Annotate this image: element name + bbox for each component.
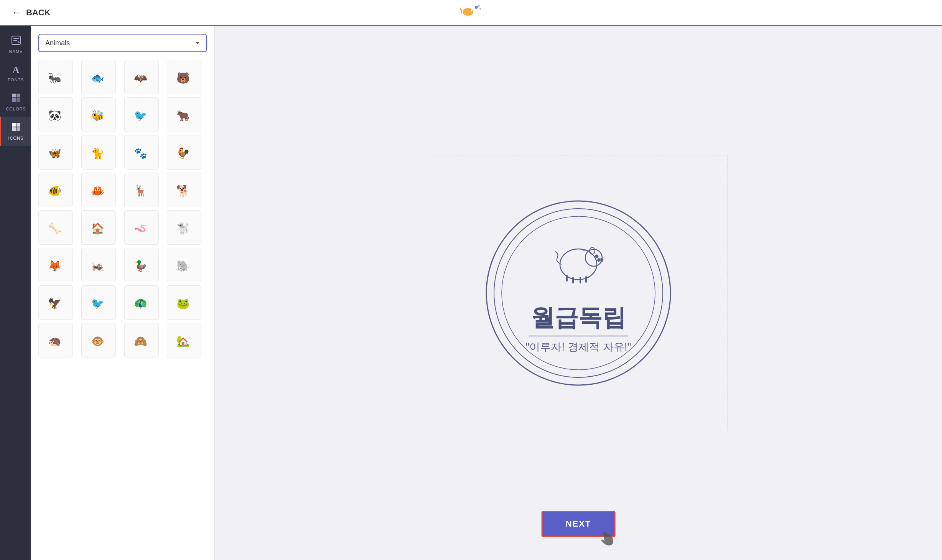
icon-worm[interactable]: 🪱 bbox=[124, 210, 159, 245]
sidebar: NAME A FONTS COLORS ICONS bbox=[0, 26, 31, 560]
svg-text:🐵: 🐵 bbox=[91, 335, 104, 348]
icon-monkey[interactable]: 🐵 bbox=[81, 323, 116, 357]
icon-chicken[interactable]: 🐓 bbox=[167, 135, 201, 170]
icon-bull[interactable]: 🐂 bbox=[167, 97, 201, 132]
svg-text:🐘: 🐘 bbox=[176, 260, 190, 272]
svg-text:🐠: 🐠 bbox=[48, 184, 61, 197]
icon-butterfly[interactable]: 🦋 bbox=[38, 135, 73, 170]
svg-text:🐦: 🐦 bbox=[134, 109, 147, 122]
stamp-main-text: 월급독립 bbox=[531, 304, 626, 331]
icon-clownfish[interactable]: 🐠 bbox=[38, 173, 73, 207]
svg-rect-13 bbox=[16, 98, 20, 102]
icon-crab[interactable]: 🦀 bbox=[81, 173, 116, 207]
svg-text:🦌: 🦌 bbox=[134, 184, 147, 197]
sidebar-item-colors[interactable]: COLORS bbox=[0, 87, 31, 117]
svg-point-6 bbox=[479, 8, 481, 10]
canvas-area: 월급독립 "이루자! 경제적 자유!" NEXT bbox=[215, 26, 942, 560]
icon-frog[interactable]: 🐸 bbox=[167, 285, 201, 320]
stamp-design: 월급독립 "이루자! 경제적 자유!" bbox=[479, 193, 678, 393]
sidebar-item-icons[interactable]: ICONS bbox=[0, 117, 31, 146]
sidebar-item-name[interactable]: NAME bbox=[0, 30, 31, 59]
svg-text:🦅: 🦅 bbox=[48, 297, 61, 310]
svg-text:🏡: 🏡 bbox=[176, 335, 190, 348]
icon-ant[interactable]: 🐜 bbox=[38, 60, 73, 94]
stamp-sub-text: "이루자! 경제적 자유!" bbox=[526, 341, 631, 353]
icon-fish-bowl[interactable]: 🐟 bbox=[81, 60, 116, 94]
svg-text:🐻: 🐻 bbox=[176, 72, 190, 84]
svg-text:🦊: 🦊 bbox=[48, 260, 61, 272]
icon-fox[interactable]: 🦊 bbox=[38, 248, 73, 282]
svg-rect-14 bbox=[12, 123, 16, 127]
sidebar-item-icons-label: ICONS bbox=[8, 136, 24, 140]
svg-text:🦀: 🦀 bbox=[91, 184, 104, 197]
svg-rect-16 bbox=[12, 127, 16, 131]
svg-text:🦚: 🦚 bbox=[134, 297, 147, 310]
sidebar-item-colors-label: COLORS bbox=[6, 107, 26, 111]
icon-deer[interactable]: 🦌 bbox=[124, 173, 159, 207]
svg-point-50 bbox=[486, 201, 670, 385]
svg-point-54 bbox=[585, 249, 602, 266]
icon-doghouse[interactable]: 🏠 bbox=[81, 210, 116, 245]
category-dropdown[interactable]: Animals Nature Food Travel Technology Bu… bbox=[38, 34, 207, 52]
icon-pet-house[interactable]: 🏡 bbox=[167, 323, 201, 357]
svg-text:🦋: 🦋 bbox=[48, 147, 61, 160]
icon-monkey-no-see[interactable]: 🙈 bbox=[124, 323, 159, 357]
icon-paw[interactable]: 🐾 bbox=[124, 135, 159, 170]
svg-point-53 bbox=[560, 249, 597, 280]
back-button[interactable]: ← BACK bbox=[12, 7, 51, 19]
svg-text:🐸: 🐸 bbox=[176, 297, 190, 310]
header: ← BACK bbox=[0, 0, 942, 26]
svg-text:🐾: 🐾 bbox=[134, 147, 147, 160]
svg-text:🙈: 🙈 bbox=[134, 335, 147, 348]
svg-point-4 bbox=[475, 6, 478, 9]
icon-bone[interactable]: 🦴 bbox=[38, 210, 73, 245]
icon-panel: Animals Nature Food Travel Technology Bu… bbox=[31, 26, 215, 560]
icon-bear[interactable]: 🐻 bbox=[167, 60, 201, 94]
icon-hedgehog[interactable]: 🦔 bbox=[38, 323, 73, 357]
svg-text:🏠: 🏠 bbox=[91, 222, 104, 235]
svg-rect-10 bbox=[12, 94, 16, 97]
svg-text:🐝: 🐝 bbox=[91, 109, 104, 122]
icon-bird[interactable]: 🐦 bbox=[124, 97, 159, 132]
svg-point-59 bbox=[601, 260, 602, 261]
icon-dragonfly[interactable]: 🦗 bbox=[81, 248, 116, 282]
stamp: 월급독립 "이루자! 경제적 자유!" bbox=[479, 193, 678, 393]
icon-eagle[interactable]: 🦅 bbox=[38, 285, 73, 320]
svg-rect-11 bbox=[16, 94, 20, 97]
svg-text:🦔: 🦔 bbox=[48, 335, 61, 348]
back-arrow-icon: ← bbox=[12, 7, 22, 19]
icon-swallow[interactable]: 🐦 bbox=[81, 285, 116, 320]
icon-elephant[interactable]: 🐘 bbox=[167, 248, 201, 282]
icons-icon bbox=[11, 122, 21, 134]
app-logo bbox=[459, 3, 483, 22]
svg-point-58 bbox=[599, 260, 600, 261]
svg-text:🦴: 🦴 bbox=[48, 222, 61, 235]
icon-dog[interactable]: 🐕 bbox=[167, 173, 201, 207]
svg-text:🐜: 🐜 bbox=[48, 72, 61, 84]
colors-icon bbox=[11, 93, 21, 105]
svg-point-0 bbox=[463, 8, 473, 16]
svg-text:🐟: 🐟 bbox=[91, 72, 104, 84]
icon-cat[interactable]: 🐈 bbox=[81, 135, 116, 170]
icon-bat[interactable]: 🦇 bbox=[124, 60, 159, 94]
svg-text:🐕: 🐕 bbox=[176, 184, 190, 197]
sidebar-item-fonts[interactable]: A FONTS bbox=[0, 59, 31, 87]
svg-marker-1 bbox=[459, 7, 462, 14]
svg-text:🐈: 🐈 bbox=[91, 147, 104, 160]
fonts-icon: A bbox=[12, 64, 20, 76]
icon-bee[interactable]: 🐝 bbox=[81, 97, 116, 132]
icon-duck[interactable]: 🦆 bbox=[124, 248, 159, 282]
icon-peacock[interactable]: 🦚 bbox=[124, 285, 159, 320]
svg-text:🦆: 🦆 bbox=[134, 260, 147, 272]
svg-text:🐦: 🐦 bbox=[91, 297, 104, 310]
svg-text:🐩: 🐩 bbox=[176, 222, 190, 235]
sidebar-item-name-label: NAME bbox=[9, 49, 23, 54]
svg-text:🦇: 🦇 bbox=[134, 72, 147, 84]
svg-point-56 bbox=[596, 255, 598, 257]
sidebar-item-fonts-label: FONTS bbox=[8, 77, 24, 82]
svg-point-55 bbox=[590, 247, 595, 254]
svg-rect-17 bbox=[16, 127, 20, 131]
icon-panda[interactable]: 🐼 bbox=[38, 97, 73, 132]
name-icon bbox=[11, 35, 21, 48]
icon-poodle[interactable]: 🐩 bbox=[167, 210, 201, 245]
